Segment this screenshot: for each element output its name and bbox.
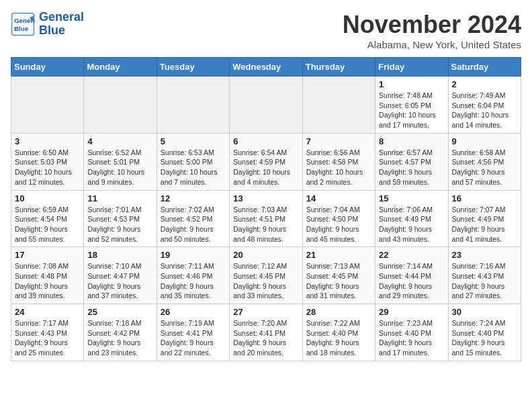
calendar-header-row: SundayMondayTuesdayWednesdayThursdayFrid… [11, 58, 521, 77]
day-info: Sunrise: 7:01 AM Sunset: 4:53 PM Dayligh… [87, 205, 152, 244]
logo-text: General Blue [39, 11, 84, 38]
calendar-cell: 15Sunrise: 7:06 AM Sunset: 4:49 PM Dayli… [375, 190, 448, 247]
day-info: Sunrise: 7:23 AM Sunset: 4:40 PM Dayligh… [379, 318, 444, 358]
day-info: Sunrise: 7:10 AM Sunset: 4:47 PM Dayligh… [87, 261, 152, 301]
day-info: Sunrise: 7:24 AM Sunset: 4:40 PM Dayligh… [452, 318, 517, 358]
day-info: Sunrise: 7:49 AM Sunset: 6:04 PM Dayligh… [452, 91, 517, 130]
day-number: 13 [233, 193, 298, 203]
day-number: 6 [233, 136, 298, 146]
calendar-cell: 21Sunrise: 7:13 AM Sunset: 4:45 PM Dayli… [302, 247, 375, 304]
day-info: Sunrise: 6:57 AM Sunset: 4:57 PM Dayligh… [379, 148, 444, 187]
page-header: General Blue General Blue November 2024 … [11, 11, 521, 50]
calendar-cell: 1Sunrise: 7:48 AM Sunset: 6:05 PM Daylig… [375, 77, 448, 134]
day-info: Sunrise: 7:18 AM Sunset: 4:42 PM Dayligh… [87, 318, 152, 358]
day-number: 21 [306, 250, 371, 260]
day-number: 29 [379, 307, 444, 317]
calendar-cell [157, 77, 229, 134]
weekday-header: Sunday [11, 58, 84, 77]
calendar-cell: 9Sunrise: 6:58 AM Sunset: 4:56 PM Daylig… [448, 133, 521, 190]
day-info: Sunrise: 6:50 AM Sunset: 5:03 PM Dayligh… [15, 148, 80, 187]
day-number: 16 [452, 193, 517, 203]
title-block: November 2024 Alabama, New York, United … [343, 11, 521, 50]
logo-line2: Blue [39, 24, 65, 37]
day-number: 10 [15, 193, 80, 203]
calendar-cell: 6Sunrise: 6:54 AM Sunset: 4:59 PM Daylig… [230, 133, 302, 190]
day-info: Sunrise: 7:22 AM Sunset: 4:40 PM Dayligh… [306, 318, 371, 358]
calendar-cell: 30Sunrise: 7:24 AM Sunset: 4:40 PM Dayli… [448, 304, 521, 361]
day-number: 11 [87, 193, 152, 203]
calendar-cell: 12Sunrise: 7:02 AM Sunset: 4:52 PM Dayli… [157, 190, 229, 247]
day-info: Sunrise: 7:07 AM Sunset: 4:49 PM Dayligh… [452, 205, 517, 244]
day-info: Sunrise: 7:02 AM Sunset: 4:52 PM Dayligh… [161, 205, 226, 244]
calendar-cell: 18Sunrise: 7:10 AM Sunset: 4:47 PM Dayli… [84, 247, 157, 304]
day-number: 22 [379, 250, 444, 260]
day-number: 15 [379, 193, 444, 203]
day-number: 24 [15, 307, 80, 317]
calendar-cell: 28Sunrise: 7:22 AM Sunset: 4:40 PM Dayli… [302, 304, 375, 361]
location-subtitle: Alabama, New York, United States [343, 39, 521, 50]
day-info: Sunrise: 6:56 AM Sunset: 4:58 PM Dayligh… [306, 148, 371, 187]
weekday-header: Thursday [302, 58, 375, 77]
day-number: 27 [233, 307, 298, 317]
day-number: 4 [87, 136, 152, 146]
day-info: Sunrise: 6:58 AM Sunset: 4:56 PM Dayligh… [452, 148, 517, 187]
day-info: Sunrise: 7:11 AM Sunset: 4:46 PM Dayligh… [161, 261, 226, 301]
calendar-week-row: 3Sunrise: 6:50 AM Sunset: 5:03 PM Daylig… [11, 133, 521, 190]
calendar-table: SundayMondayTuesdayWednesdayThursdayFrid… [11, 57, 521, 361]
day-info: Sunrise: 7:19 AM Sunset: 4:41 PM Dayligh… [161, 318, 226, 358]
day-info: Sunrise: 6:54 AM Sunset: 4:59 PM Dayligh… [233, 148, 298, 187]
calendar-cell: 11Sunrise: 7:01 AM Sunset: 4:53 PM Dayli… [84, 190, 157, 247]
day-info: Sunrise: 6:59 AM Sunset: 4:54 PM Dayligh… [15, 205, 80, 244]
logo-line1: General [39, 10, 84, 24]
logo-icon: General Blue [11, 12, 35, 36]
day-number: 2 [452, 79, 517, 89]
calendar-cell: 19Sunrise: 7:11 AM Sunset: 4:46 PM Dayli… [157, 247, 229, 304]
day-info: Sunrise: 7:14 AM Sunset: 4:44 PM Dayligh… [379, 261, 444, 301]
calendar-cell: 5Sunrise: 6:53 AM Sunset: 5:00 PM Daylig… [157, 133, 229, 190]
day-number: 1 [379, 79, 444, 89]
day-number: 5 [161, 136, 226, 146]
calendar-cell: 4Sunrise: 6:52 AM Sunset: 5:01 PM Daylig… [84, 133, 157, 190]
calendar-cell: 24Sunrise: 7:17 AM Sunset: 4:43 PM Dayli… [11, 304, 84, 361]
calendar-cell [302, 77, 375, 134]
day-number: 26 [161, 307, 226, 317]
day-number: 12 [161, 193, 226, 203]
day-number: 28 [306, 307, 371, 317]
weekday-header: Saturday [448, 58, 521, 77]
day-info: Sunrise: 7:17 AM Sunset: 4:43 PM Dayligh… [15, 318, 80, 358]
day-info: Sunrise: 7:03 AM Sunset: 4:51 PM Dayligh… [233, 205, 298, 244]
day-info: Sunrise: 6:53 AM Sunset: 5:00 PM Dayligh… [161, 148, 226, 187]
weekday-header: Wednesday [230, 58, 302, 77]
day-number: 8 [379, 136, 444, 146]
calendar-cell: 10Sunrise: 6:59 AM Sunset: 4:54 PM Dayli… [11, 190, 84, 247]
calendar-cell: 23Sunrise: 7:16 AM Sunset: 4:43 PM Dayli… [448, 247, 521, 304]
day-info: Sunrise: 6:52 AM Sunset: 5:01 PM Dayligh… [87, 148, 152, 187]
calendar-week-row: 1Sunrise: 7:48 AM Sunset: 6:05 PM Daylig… [11, 77, 521, 134]
calendar-cell [84, 77, 157, 134]
calendar-cell: 29Sunrise: 7:23 AM Sunset: 4:40 PM Dayli… [375, 304, 448, 361]
calendar-cell: 3Sunrise: 6:50 AM Sunset: 5:03 PM Daylig… [11, 133, 84, 190]
day-info: Sunrise: 7:12 AM Sunset: 4:45 PM Dayligh… [233, 261, 298, 301]
day-number: 25 [87, 307, 152, 317]
weekday-header: Tuesday [157, 58, 229, 77]
day-number: 30 [452, 307, 517, 317]
svg-text:Blue: Blue [14, 25, 29, 32]
day-number: 17 [15, 250, 80, 260]
calendar-cell [11, 77, 84, 134]
day-info: Sunrise: 7:48 AM Sunset: 6:05 PM Dayligh… [379, 91, 444, 130]
calendar-cell: 26Sunrise: 7:19 AM Sunset: 4:41 PM Dayli… [157, 304, 229, 361]
day-info: Sunrise: 7:08 AM Sunset: 4:48 PM Dayligh… [15, 261, 80, 301]
day-number: 23 [452, 250, 517, 260]
calendar-week-row: 17Sunrise: 7:08 AM Sunset: 4:48 PM Dayli… [11, 247, 521, 304]
day-number: 3 [15, 136, 80, 146]
calendar-cell: 7Sunrise: 6:56 AM Sunset: 4:58 PM Daylig… [302, 133, 375, 190]
calendar-week-row: 10Sunrise: 6:59 AM Sunset: 4:54 PM Dayli… [11, 190, 521, 247]
calendar-cell: 16Sunrise: 7:07 AM Sunset: 4:49 PM Dayli… [448, 190, 521, 247]
weekday-header: Friday [375, 58, 448, 77]
calendar-cell: 25Sunrise: 7:18 AM Sunset: 4:42 PM Dayli… [84, 304, 157, 361]
calendar-cell: 8Sunrise: 6:57 AM Sunset: 4:57 PM Daylig… [375, 133, 448, 190]
calendar-week-row: 24Sunrise: 7:17 AM Sunset: 4:43 PM Dayli… [11, 304, 521, 361]
calendar-cell: 20Sunrise: 7:12 AM Sunset: 4:45 PM Dayli… [230, 247, 302, 304]
month-title: November 2024 [343, 11, 521, 39]
calendar-cell [230, 77, 302, 134]
